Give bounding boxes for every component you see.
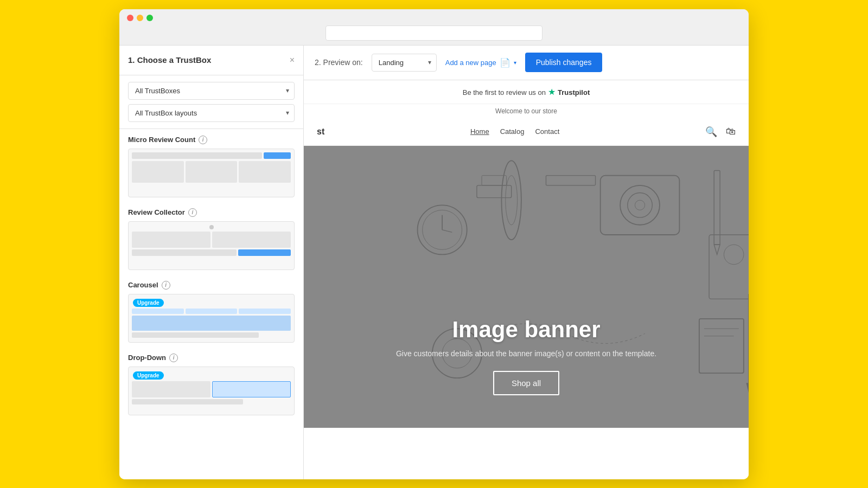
trustbox-name: Drop-Down [128, 354, 166, 362]
info-icon[interactable]: i [162, 281, 170, 290]
hero-title: Image banner [396, 317, 656, 343]
add-page-label: Add a new page [445, 59, 496, 67]
trustbox-preview-micro [128, 149, 295, 197]
dot-minimize[interactable] [137, 15, 143, 21]
list-item[interactable]: Carousel i Upgrade [128, 281, 295, 343]
page-select-wrapper: Landing [372, 54, 437, 72]
sidebar-filters: All TrustBoxes All TrustBox layouts [119, 75, 303, 129]
trustpilot-text: Be the first to review us on [463, 88, 546, 97]
browser-window: 1. Choose a TrustBox × All TrustBoxes Al… [119, 9, 749, 479]
sidebar-list: Micro Review Count i [119, 129, 303, 479]
sidebar-title: 1. Choose a TrustBox [128, 55, 211, 65]
list-item[interactable]: Drop-Down i Upgrade [128, 354, 295, 415]
trustbox-filter-wrapper: All TrustBoxes [128, 82, 295, 100]
sidebar: 1. Choose a TrustBox × All TrustBoxes Al… [119, 46, 304, 479]
hero-subtitle: Give customers details about the banner … [396, 349, 656, 358]
trustbox-preview-collector [128, 221, 295, 270]
top-bar: 2. Preview on: Landing Add a new page 📄 … [304, 46, 749, 80]
nav-link-catalog[interactable]: Catalog [500, 127, 525, 136]
store-nav-icons: 🔍 🛍 [705, 126, 736, 138]
layout-filter-select[interactable]: All TrustBox layouts [128, 104, 295, 122]
trustbox-item-header: Review Collector i [128, 208, 295, 217]
dot-close[interactable] [127, 15, 133, 21]
trustbox-item-header: Micro Review Count i [128, 136, 295, 144]
trustbox-item-header: Drop-Down i [128, 354, 295, 362]
trustbox-preview-carousel: Upgrade [128, 294, 295, 343]
preview-area: Be the first to review us on ★ Trustpilo… [304, 80, 749, 479]
trustbox-filter-select[interactable]: All TrustBoxes [128, 82, 295, 100]
hero-banner: Image banner Give customers details abou… [304, 146, 749, 428]
browser-dots [127, 15, 741, 21]
trustbox-item-header: Carousel i [128, 281, 295, 290]
trustbox-preview-dropdown: Upgrade [128, 367, 295, 415]
info-icon[interactable]: i [188, 208, 197, 217]
search-icon[interactable]: 🔍 [705, 126, 717, 138]
browser-chrome [119, 9, 749, 46]
layout-filter-wrapper: All TrustBox layouts [128, 104, 295, 122]
trustbox-name: Micro Review Count [128, 136, 195, 144]
trustbox-name: Review Collector [128, 208, 185, 216]
info-icon[interactable]: i [199, 136, 207, 144]
nav-link-home[interactable]: Home [470, 127, 489, 136]
dot-fullscreen[interactable] [146, 15, 153, 21]
trustpilot-bar: Be the first to review us on ★ Trustpilo… [304, 80, 749, 104]
publish-button[interactable]: Publish changes [525, 53, 603, 72]
trustbox-name: Carousel [128, 281, 158, 289]
trustpilot-logo: Trustpilot [558, 88, 590, 97]
store-nav-links: Home Catalog Contact [470, 127, 559, 136]
cart-icon[interactable]: 🛍 [726, 126, 736, 137]
app-container: 1. Choose a TrustBox × All TrustBoxes Al… [119, 46, 749, 479]
welcome-text: Welcome to our store [304, 104, 749, 118]
store-logo: st [317, 127, 324, 137]
main-content: 2. Preview on: Landing Add a new page 📄 … [304, 46, 749, 479]
list-item[interactable]: Micro Review Count i [128, 136, 295, 197]
page-select[interactable]: Landing [372, 54, 437, 72]
upgrade-badge: Upgrade [133, 371, 164, 380]
sidebar-header: 1. Choose a TrustBox × [119, 46, 303, 75]
add-new-page-button[interactable]: Add a new page 📄 ▾ [445, 57, 516, 68]
dropdown-arrow-icon: ▾ [514, 60, 516, 66]
upgrade-badge: Upgrade [133, 299, 164, 307]
page-icon: 📄 [500, 57, 510, 68]
info-icon[interactable]: i [169, 354, 178, 362]
nav-link-contact[interactable]: Contact [535, 127, 559, 136]
browser-address-bar[interactable] [326, 25, 542, 41]
shop-all-button[interactable]: Shop all [493, 371, 559, 395]
close-button[interactable]: × [290, 55, 295, 65]
store-nav: st Home Catalog Contact 🔍 🛍 [304, 118, 749, 146]
trustpilot-star-icon: ★ [548, 87, 558, 97]
list-item[interactable]: Review Collector i [128, 208, 295, 270]
hero-content: Image banner Give customers details abou… [396, 317, 656, 395]
preview-label: 2. Preview on: [315, 58, 363, 67]
